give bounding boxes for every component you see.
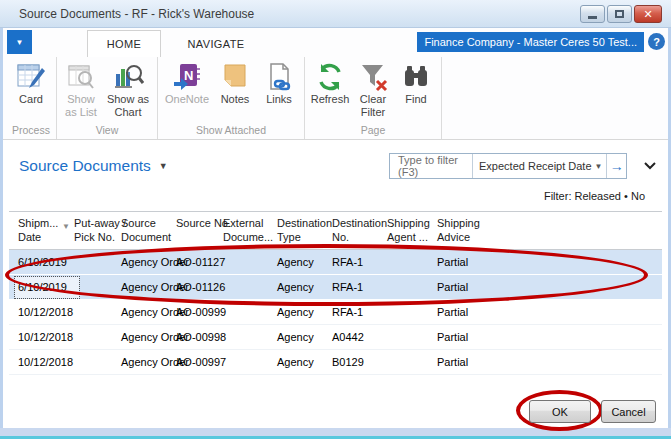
maximize-icon [615, 10, 624, 18]
ribbon-group-process: Card Process [6, 57, 57, 139]
question-mark-icon: ? [653, 36, 660, 48]
cell[interactable]: Agency [277, 256, 332, 268]
cell[interactable]: Partial [437, 356, 507, 368]
cell[interactable]: AO-00998 [176, 331, 223, 343]
filter-field-select[interactable]: Expected Receipt Date [473, 160, 595, 172]
cell[interactable]: RFA-1 [332, 281, 387, 293]
cell[interactable]: AO-01127 [176, 256, 223, 268]
ribbon-group-view: Show as List Show as Chart View [57, 57, 158, 139]
onenote-button[interactable]: N OneNote [162, 60, 212, 106]
cell[interactable]: 10/12/2018 [18, 306, 74, 318]
table-row[interactable]: 6/10/2019Agency OrderAO-01126AgencyRFA-1… [9, 275, 662, 300]
cell[interactable]: Agency [277, 306, 332, 318]
refresh-icon [314, 61, 346, 93]
ribbon-group-label: View [61, 122, 153, 137]
table-row[interactable]: 10/12/2018Agency OrderAO-00998AgencyA044… [9, 325, 662, 350]
column-header[interactable]: ShippingAgent ... [387, 212, 437, 244]
table-header: ▼Shipm...DatePut-away /Pick No.SourceDoc… [9, 211, 662, 250]
column-header[interactable]: Put-away /Pick No. [74, 212, 121, 244]
ribbon-group-page: Refresh Clear Filter [305, 57, 442, 139]
tab-home[interactable]: HOME [87, 30, 161, 57]
cell[interactable]: 10/12/2018 [18, 356, 74, 368]
ribbon-group-show-attached: N OneNote Notes [158, 57, 305, 139]
column-header[interactable]: ExternalDocume... [223, 212, 277, 244]
show-as-chart-icon [112, 61, 144, 93]
cell[interactable]: RFA-1 [332, 256, 387, 268]
clear-filter-icon [357, 61, 389, 93]
cell[interactable]: Partial [437, 331, 507, 343]
page-title[interactable]: Source Documents▼ [19, 157, 168, 175]
column-header[interactable]: Source No. [176, 212, 223, 230]
column-header[interactable]: DestinationType [277, 212, 332, 244]
close-icon: ✕ [643, 8, 652, 21]
minimize-button[interactable] [580, 5, 605, 23]
refresh-button[interactable]: Refresh [309, 60, 351, 106]
cell[interactable]: Partial [437, 281, 507, 293]
show-as-list-button[interactable]: Show as List [61, 60, 101, 119]
ribbon: Card Process Show as List [3, 57, 668, 140]
cell[interactable]: Agency Order [121, 356, 176, 368]
ribbon-group-label: Show Attached [162, 122, 300, 137]
cell[interactable]: Agency [277, 331, 332, 343]
tab-navigate[interactable]: NAVIGATE [173, 30, 259, 57]
cell[interactable]: Partial [437, 256, 507, 268]
ribbon-tab-row: ▼ HOME NAVIGATE Finance Company - Master… [3, 28, 668, 57]
app-window: Source Documents - RF - Rick's Warehouse… [0, 0, 671, 439]
cell[interactable]: Agency [277, 356, 332, 368]
table-row[interactable]: 10/12/2018Agency OrderAO-00999AgencyRFA-… [9, 300, 662, 325]
window-title: Source Documents - RF - Rick's Warehouse [0, 7, 254, 21]
cell[interactable]: RFA-1 [332, 306, 387, 318]
source-documents-table: ▼Shipm...DatePut-away /Pick No.SourceDoc… [9, 211, 662, 375]
titlebar: Source Documents - RF - Rick's Warehouse… [0, 0, 671, 28]
column-header[interactable]: DestinationNo. [332, 212, 387, 244]
application-menu-button[interactable]: ▼ [7, 30, 32, 54]
table-body: 6/10/2019Agency OrderAO-01127AgencyRFA-1… [9, 250, 662, 375]
chevron-down-icon[interactable]: ▼ [595, 162, 607, 171]
find-icon [400, 61, 432, 93]
table-row[interactable]: 10/12/2018Agency OrderAO-00997AgencyB012… [9, 350, 662, 375]
cell[interactable]: 6/10/2019 [18, 256, 74, 268]
apply-filter-button[interactable]: → [607, 158, 626, 174]
company-badge[interactable]: Finance Company - Master Ceres 50 Test..… [417, 32, 644, 52]
clear-filter-button[interactable]: Clear Filter [353, 60, 393, 119]
links-button[interactable]: Links [258, 60, 300, 106]
ribbon-group-label: Page [309, 122, 437, 137]
sort-descending-icon: ▼ [62, 220, 70, 234]
cell[interactable]: B0129 [332, 356, 387, 368]
notes-button[interactable]: Notes [214, 60, 256, 106]
table-row[interactable]: 6/10/2019Agency OrderAO-01127AgencyRFA-1… [9, 250, 662, 275]
show-as-list-icon [65, 61, 97, 93]
cell[interactable]: AO-01126 [176, 281, 223, 293]
close-button[interactable]: ✕ [634, 5, 662, 23]
find-button[interactable]: Find [395, 60, 437, 106]
onenote-icon: N [171, 61, 203, 93]
cell[interactable]: Agency Order [121, 306, 176, 318]
show-as-chart-button[interactable]: Show as Chart [103, 60, 153, 119]
help-button[interactable]: ? [648, 33, 665, 50]
column-header[interactable]: SourceDocument [121, 212, 176, 244]
filter-box: Type to filter (F3) Expected Receipt Dat… [389, 153, 627, 179]
expand-pane-chevron-icon[interactable] [643, 161, 657, 170]
svg-text:N: N [184, 68, 193, 83]
cancel-button[interactable]: Cancel [601, 400, 656, 423]
filter-status: Filter: Released • No [544, 190, 645, 202]
column-header[interactable]: ▼Shipm...Date [18, 212, 74, 244]
ok-button[interactable]: OK [529, 400, 591, 423]
cell[interactable]: 10/12/2018 [18, 331, 74, 343]
cell[interactable]: A0442 [332, 331, 387, 343]
cell[interactable]: Agency Order [121, 256, 176, 268]
card-icon [15, 61, 47, 93]
cell[interactable]: Agency [277, 281, 332, 293]
notes-icon [219, 61, 251, 93]
maximize-button[interactable] [607, 5, 632, 23]
minimize-icon [588, 16, 597, 19]
cell[interactable]: Partial [437, 306, 507, 318]
card-button[interactable]: Card [10, 60, 52, 106]
cell[interactable]: Agency Order [121, 331, 176, 343]
filter-input[interactable]: Type to filter (F3) [390, 154, 472, 178]
column-header[interactable]: ShippingAdvice [437, 212, 507, 244]
cell[interactable]: AO-00997 [176, 356, 223, 368]
cell[interactable]: 6/10/2019 [15, 277, 79, 298]
cell[interactable]: AO-00999 [176, 306, 223, 318]
cell[interactable]: Agency Order [121, 281, 176, 293]
